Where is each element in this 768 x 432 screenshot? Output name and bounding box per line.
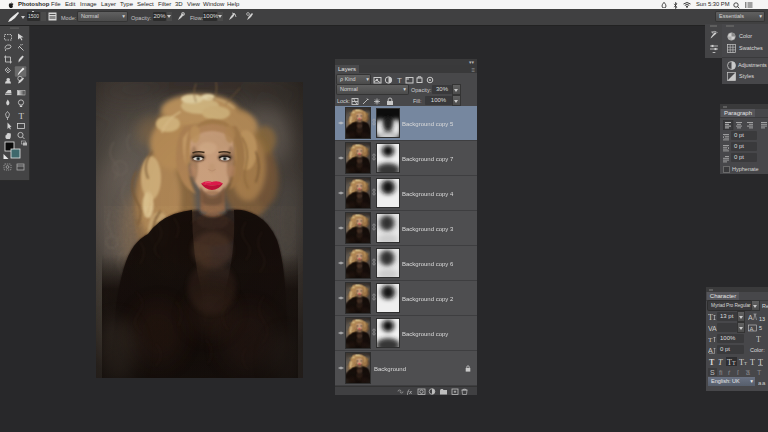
svg-text:A: A — [750, 326, 754, 332]
svg-text:A: A — [748, 314, 753, 321]
svg-text:T: T — [397, 76, 402, 84]
svg-text:ſ: ſ — [737, 369, 739, 376]
svg-text:T: T — [19, 111, 25, 121]
svg-text:a: a — [762, 380, 766, 386]
svg-text:ﬁ: ﬁ — [719, 369, 723, 376]
svg-text:T: T — [708, 336, 713, 343]
svg-text:T: T — [756, 335, 761, 343]
svg-text:T: T — [758, 358, 763, 367]
svg-text:T: T — [709, 358, 715, 367]
svg-text:T: T — [708, 313, 713, 321]
svg-text:T: T — [718, 358, 723, 367]
svg-text:S: S — [710, 369, 715, 376]
svg-text:fx: fx — [407, 388, 413, 395]
svg-text:A: A — [708, 347, 713, 354]
svg-text:T: T — [732, 360, 736, 366]
svg-text:ŕ: ŕ — [728, 369, 731, 376]
svg-text:a̅: a̅ — [745, 369, 751, 376]
svg-text:T: T — [744, 361, 747, 366]
svg-text:T: T — [757, 369, 762, 376]
svg-text:T: T — [750, 358, 755, 367]
